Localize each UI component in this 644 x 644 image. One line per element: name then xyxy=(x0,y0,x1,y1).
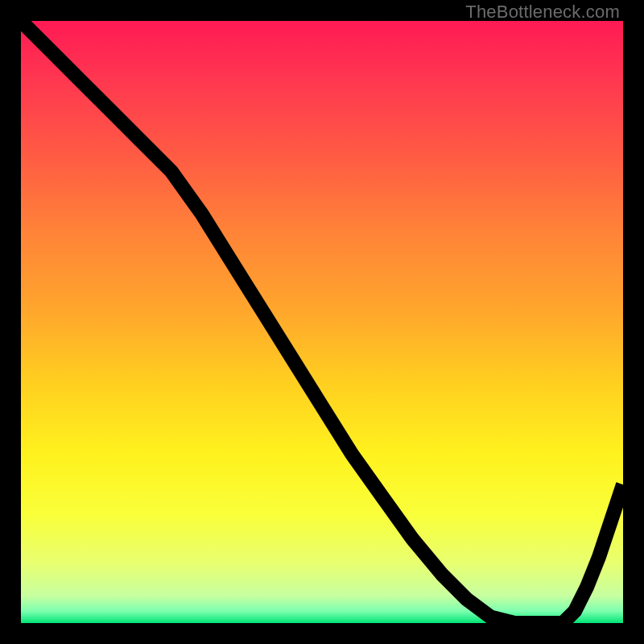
chart-frame: TheBottleneck.com xyxy=(0,0,644,644)
watermark-text: TheBottleneck.com xyxy=(465,2,620,23)
bottleneck-chart xyxy=(21,21,623,623)
